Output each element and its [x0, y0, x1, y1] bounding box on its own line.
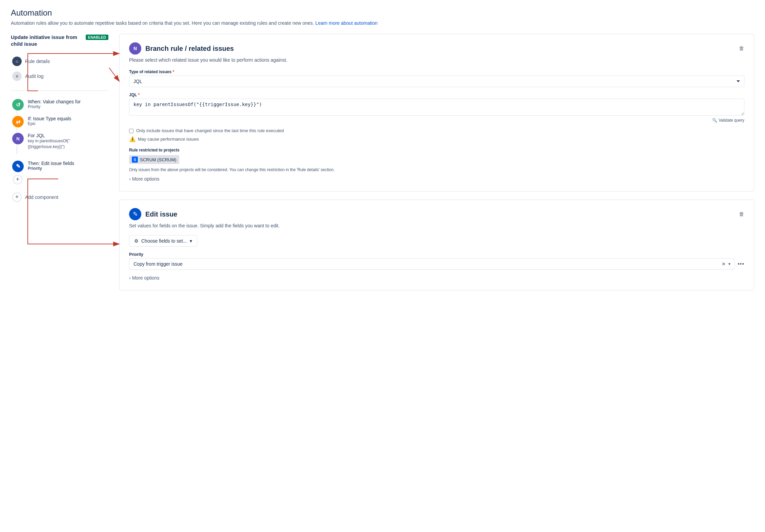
step-sublabel-if: Epic: [28, 121, 71, 126]
edit-issue-delete-icon[interactable]: 🗑: [739, 211, 744, 217]
warning-icon: ⚠️: [129, 136, 136, 142]
edit-issue-card-header: ✎ Edit issue 🗑: [129, 208, 744, 220]
edit-issue-card-title: Edit issue: [145, 210, 177, 218]
project-tag: S SCRUM (SCRUM): [129, 155, 179, 164]
edit-issue-more-options-button[interactable]: › More options: [129, 274, 160, 282]
type-of-related-issues-label: Type of related issues *: [129, 69, 744, 74]
edit-issue-card-description: Set values for fields on the issue. Simp…: [129, 223, 744, 228]
validate-query-link[interactable]: 🔍 Validate query: [129, 118, 744, 123]
choose-fields-chevron: ▾: [190, 238, 192, 244]
right-panel: N Branch rule / related issues 🗑 Please …: [119, 34, 754, 290]
only-changed-label: Only include issues that have changed si…: [136, 128, 284, 133]
branch-rule-card-header: N Branch rule / related issues 🗑: [129, 42, 744, 55]
jql-group: JQL * key in parentIssuesOf("{{triggerIs…: [129, 93, 744, 123]
learn-more-link[interactable]: Learn more about automation: [315, 20, 378, 26]
step-icon-if: ⇄: [12, 116, 24, 127]
priority-dropdown-button[interactable]: ▾: [728, 262, 730, 266]
branch-rule-card-icon: N: [129, 42, 141, 55]
enabled-badge: ENABLED: [86, 35, 108, 40]
gear-icon: ⚙: [134, 238, 139, 244]
nav-item-rule-details[interactable]: ○ Rule details: [11, 54, 108, 69]
priority-input-box[interactable]: Copy from trigger issue ✕ ▾: [129, 258, 735, 270]
choose-fields-label: Choose fields to set...: [141, 238, 187, 244]
step-content-for-jql: For JQL key in parentIssuesOf("{{trigger…: [28, 133, 70, 150]
add-component-plus-button[interactable]: +: [12, 192, 22, 202]
page-description: Automation rules allow you to automate r…: [11, 20, 754, 26]
branch-rule-delete-icon[interactable]: 🗑: [739, 45, 744, 52]
step-content-if: If: Issue Type equals Epic: [28, 116, 71, 126]
add-component-label[interactable]: Add component: [25, 195, 58, 200]
priority-field-input-row: Copy from trigger issue ✕ ▾ •••: [129, 258, 744, 270]
edit-issue-card-icon: ✎: [129, 208, 141, 220]
type-of-related-issues-group: Type of related issues * JQL: [129, 69, 744, 87]
project-tag-name: SCRUM (SCRUM): [140, 157, 177, 162]
step-then[interactable]: ✎ Then: Edit issue fields Priority: [11, 152, 108, 175]
jql-label: JQL *: [129, 93, 744, 97]
rule-details-icon: ○: [12, 57, 22, 66]
step-content-then: Then: Edit issue fields Priority: [28, 161, 74, 171]
divider: [11, 90, 108, 91]
add-component-row: + Add component: [11, 190, 108, 205]
priority-field-row: Priority Copy from trigger issue ✕ ▾ •••: [129, 252, 744, 270]
step-icon-when: ↺: [12, 99, 24, 110]
step-label-if: If: Issue Type equals: [28, 116, 71, 121]
project-tag-icon: S: [132, 157, 138, 163]
nav-label-rule-details: Rule details: [25, 59, 50, 64]
nav-label-audit-log: Audit log: [25, 74, 43, 79]
step-content-when: When: Value changes for Priority: [28, 99, 81, 109]
step-when[interactable]: ↺ When: Value changes for Priority: [11, 96, 108, 113]
jql-textarea[interactable]: key in parentIssuesOf("{{triggerIssue.ke…: [129, 99, 744, 116]
left-panel: Update initiative issue from child issue…: [11, 34, 119, 290]
step-if[interactable]: ⇄ If: Issue Type equals Epic: [11, 113, 108, 130]
step-label-then: Then: Edit issue fields: [28, 161, 74, 166]
branch-rule-card-description: Please select which related issue you wo…: [129, 57, 744, 63]
branch-rule-card-title: Branch rule / related issues: [145, 45, 234, 53]
step-label-when: When: Value changes for: [28, 99, 81, 104]
step-sublabel-for-jql: key in parentIssuesOf("{{triggerIssue.ke…: [28, 138, 70, 150]
step-sublabel-when: Priority: [28, 104, 81, 109]
priority-value: Copy from trigger issue: [133, 261, 719, 267]
nav-item-audit-log[interactable]: ≡ Audit log: [11, 69, 108, 84]
step-for-jql[interactable]: N For JQL key in parentIssuesOf("{{trigg…: [11, 130, 108, 152]
edit-issue-card: ✎ Edit issue 🗑 Set values for fields on …: [119, 200, 754, 290]
only-changed-checkbox-row: Only include issues that have changed si…: [129, 128, 744, 133]
chevron-right-icon: ›: [129, 176, 131, 182]
clear-priority-button[interactable]: ✕: [722, 261, 726, 267]
rule-restricted-label: Rule restricted to projects: [129, 148, 744, 152]
performance-warning-row: ⚠️ May cause performance issues: [129, 136, 744, 142]
steps-list: ↺ When: Value changes for Priority ⇄ If:…: [11, 96, 108, 175]
step-icon-then: ✎: [12, 161, 24, 172]
priority-more-button[interactable]: •••: [738, 261, 744, 267]
choose-fields-button[interactable]: ⚙ Choose fields to set... ▾: [129, 235, 197, 247]
only-changed-checkbox[interactable]: [129, 129, 133, 133]
branch-rule-more-options-button[interactable]: › More options: [129, 175, 160, 183]
type-of-related-issues-select[interactable]: JQL: [129, 76, 744, 87]
step-icon-for-jql: N: [12, 133, 24, 144]
audit-log-icon: ≡: [12, 71, 22, 81]
add-component-button[interactable]: +: [13, 175, 22, 184]
chevron-right-icon-2: ›: [129, 275, 131, 281]
priority-field-label: Priority: [129, 252, 744, 257]
search-icon: 🔍: [712, 118, 717, 123]
step-sublabel-then: Priority: [28, 166, 74, 171]
rule-header: Update initiative issue from child issue…: [11, 34, 108, 47]
nav-items: ○ Rule details ≡ Audit log: [11, 54, 108, 84]
projects-note: Only issues from the above projects will…: [129, 167, 744, 172]
step-label-for-jql: For JQL: [28, 133, 70, 138]
page-title: Automation: [11, 8, 754, 18]
rule-title: Update initiative issue from child issue: [11, 34, 82, 47]
performance-warning-text: May cause performance issues: [138, 137, 199, 142]
branch-rule-card: N Branch rule / related issues 🗑 Please …: [119, 34, 754, 191]
